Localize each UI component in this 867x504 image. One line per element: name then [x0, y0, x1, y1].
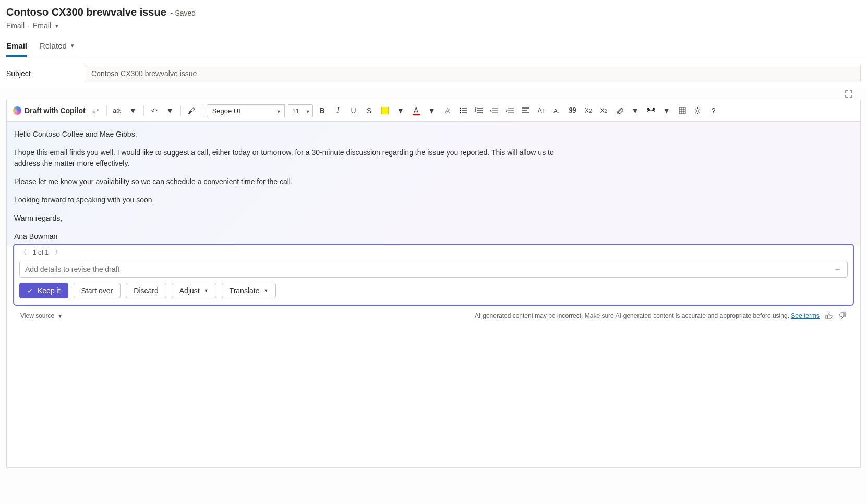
chevron-down-icon[interactable]: ▼	[629, 103, 642, 118]
chevron-down-icon[interactable]: ▼	[164, 103, 176, 118]
see-terms-link[interactable]: See terms	[791, 312, 820, 319]
subject-field[interactable]: Contoso CX300 brewvalve issue	[85, 65, 861, 82]
expand-icon[interactable]	[845, 90, 853, 98]
adjust-button[interactable]: Adjust ▼	[172, 283, 216, 298]
table-button[interactable]	[676, 103, 689, 118]
number-list-button[interactable]: 12	[473, 103, 485, 118]
chevron-down-icon[interactable]: ▼	[660, 103, 673, 118]
toolbar-sep	[202, 105, 202, 116]
start-over-button[interactable]: Start over	[74, 283, 121, 298]
chevron-down-icon[interactable]: ▼	[426, 103, 438, 118]
font-size-select[interactable]: 11 ▼	[288, 104, 313, 117]
discard-button[interactable]: Discard	[126, 283, 166, 298]
format-painter-icon[interactable]: 🖌	[185, 103, 198, 118]
breadcrumb: Email · Email ▼	[6, 21, 861, 30]
chevron-down-icon: ▼	[263, 288, 268, 293]
bullet-list-button[interactable]	[457, 103, 469, 118]
translate-label: Translate	[230, 286, 260, 295]
tabs: Email Related ▼	[6, 37, 861, 57]
bold-button[interactable]: B	[316, 103, 329, 118]
draft-with-copilot-button[interactable]: Draft with Copilot	[12, 106, 87, 115]
font-size-value: 11	[292, 107, 299, 115]
revise-input-wrap: →	[19, 261, 848, 278]
chevron-down-icon: ▼	[276, 109, 281, 114]
breadcrumb-root[interactable]: Email	[6, 21, 25, 30]
copilot-options-icon[interactable]: ⇄	[90, 103, 102, 118]
breadcrumb-sep: ·	[28, 21, 30, 30]
font-color-button[interactable]: A	[410, 103, 423, 118]
chevron-down-icon: ▼	[57, 313, 63, 319]
view-source-button[interactable]: View source ▼	[20, 312, 63, 319]
clear-format-button[interactable]: A̷	[441, 103, 454, 118]
page-title: Contoso CX300 brewvalve issue	[6, 6, 166, 18]
settings-icon[interactable]	[692, 103, 704, 118]
tab-email[interactable]: Email	[6, 37, 27, 57]
copilot-panel: 〈 1 of 1 〉 → ✓ Keep it Start over Discar…	[13, 244, 854, 306]
outdent-button[interactable]	[488, 103, 501, 118]
undo-icon[interactable]: ↶	[148, 103, 161, 118]
send-icon[interactable]: →	[834, 265, 842, 274]
subject-row: Subject Contoso CX300 brewvalve issue	[0, 57, 867, 90]
underline-button[interactable]: U	[347, 103, 360, 118]
highlight-button[interactable]	[379, 103, 391, 118]
subject-label: Subject	[6, 69, 74, 78]
breadcrumb-current[interactable]: Email	[33, 21, 51, 30]
prev-draft-button[interactable]: 〈	[18, 248, 29, 257]
decrease-font-button[interactable]: A↓	[551, 103, 563, 118]
keep-label: Keep it	[38, 286, 61, 295]
body-line: Hello Contoso Coffee and Mae Gibbs,	[14, 129, 567, 140]
svg-point-2	[459, 112, 460, 113]
indent-button[interactable]	[504, 103, 516, 118]
quote-button[interactable]: 99	[567, 103, 579, 118]
revise-input[interactable]	[25, 265, 834, 273]
svg-text:2: 2	[475, 110, 476, 113]
chevron-down-icon: ▼	[70, 43, 75, 49]
tab-related[interactable]: Related ▼	[40, 37, 75, 57]
thumbs-up-icon[interactable]	[825, 311, 833, 320]
link-button[interactable]	[645, 103, 657, 118]
font-family-select[interactable]: Segoe UI ▼	[207, 104, 285, 117]
svg-point-0	[459, 108, 460, 109]
toolbar-sep	[180, 105, 181, 116]
help-icon[interactable]: ?	[707, 103, 720, 118]
font-family-value: Segoe UI	[212, 107, 240, 115]
italic-button[interactable]: I	[332, 103, 344, 118]
email-body[interactable]: Hello Contoso Coffee and Mae Gibbs, I ho…	[7, 122, 860, 246]
page-header: Contoso CX300 brewvalve issue - Saved Em…	[0, 0, 867, 57]
saved-status: - Saved	[171, 9, 196, 17]
chevron-down-icon[interactable]: ▼	[54, 23, 59, 29]
chevron-down-icon[interactable]: ▼	[394, 103, 407, 118]
body-line: Warm regards,	[14, 213, 567, 224]
body-line: Please let me know your availability so …	[14, 176, 567, 187]
toolbar-sep	[143, 105, 144, 116]
copilot-nav: 〈 1 of 1 〉	[14, 245, 853, 259]
chevron-down-icon: ▼	[306, 109, 310, 114]
email-editor: Draft with Copilot ⇄ aあ ▼ ↶ ▼ 🖌 Segoe UI…	[6, 100, 861, 468]
strikethrough-button[interactable]: S	[363, 103, 376, 118]
editor-toolbar: Draft with Copilot ⇄ aあ ▼ ↶ ▼ 🖌 Segoe UI…	[7, 100, 860, 122]
chevron-down-icon[interactable]: ▼	[127, 103, 139, 118]
svg-point-1	[459, 110, 460, 111]
attach-button[interactable]	[613, 103, 626, 118]
ai-disclaimer: AI-generated content may be incorrect. M…	[475, 312, 820, 319]
view-source-label: View source	[20, 312, 54, 319]
increase-font-button[interactable]: A↑	[535, 103, 548, 118]
svg-point-6	[697, 110, 699, 112]
thumbs-down-icon[interactable]	[838, 311, 847, 320]
adjust-label: Adjust	[179, 286, 200, 295]
superscript-button[interactable]: X2	[598, 103, 610, 118]
translate-button[interactable]: Translate ▼	[222, 283, 276, 298]
tab-related-label: Related	[40, 41, 67, 50]
body-line: Ana Bowman	[14, 231, 567, 242]
keep-it-button[interactable]: ✓ Keep it	[19, 283, 68, 298]
body-line: I hope this email finds you well. I woul…	[14, 147, 567, 169]
subscript-button[interactable]: X2	[582, 103, 595, 118]
toolbar-sep	[106, 105, 107, 116]
copilot-icon	[13, 106, 21, 115]
align-button[interactable]	[520, 103, 532, 118]
svg-rect-5	[679, 107, 685, 114]
check-icon: ✓	[27, 286, 33, 295]
next-draft-button[interactable]: 〉	[53, 248, 63, 257]
chevron-down-icon: ▼	[204, 288, 209, 293]
language-icon[interactable]: aあ	[111, 103, 124, 118]
